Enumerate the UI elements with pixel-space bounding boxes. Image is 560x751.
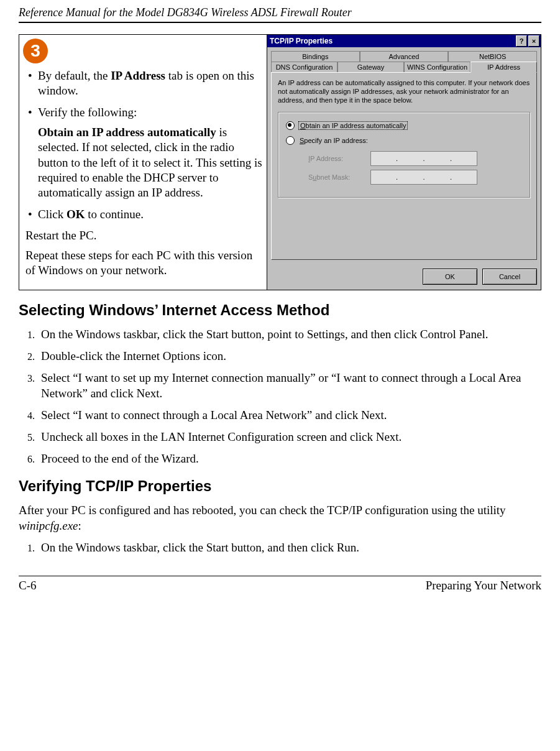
subnet-mask-input[interactable]: . . . (370, 170, 477, 185)
list-item: On the Windows taskbar, click the Start … (37, 326, 541, 342)
list-verifying: On the Windows taskbar, click the Start … (19, 540, 541, 555)
paragraph-verify: After your PC is configured and has rebo… (19, 502, 541, 533)
page-footer: C-6 Preparing Your Network (19, 576, 541, 592)
dialog-body: Bindings Advanced NetBIOS DNS Configurat… (267, 47, 541, 264)
heading-selecting: Selecting Windows’ Internet Access Metho… (19, 302, 541, 319)
tab-netbios[interactable]: NetBIOS (448, 51, 537, 62)
section-name: Preparing Your Network (426, 579, 541, 592)
tab-advanced[interactable]: Advanced (360, 51, 449, 62)
cancel-button[interactable]: Cancel (482, 269, 537, 285)
tabs-row-back: Bindings Advanced NetBIOS (271, 51, 537, 62)
step-bullet-1: By default, the IP Address tab is open o… (28, 68, 263, 99)
step-container: 3 By default, the IP Address tab is open… (19, 34, 541, 290)
step-restart: Restart the PC. (25, 228, 263, 243)
page-number: C-6 (19, 579, 37, 592)
subnet-mask-label: Subnet Mask: (308, 173, 370, 181)
radio-icon (286, 136, 295, 145)
list-item: Double-click the Internet Options icon. (37, 348, 541, 364)
tab-dns[interactable]: DNS Configuration (271, 62, 337, 73)
list-selecting: On the Windows taskbar, click the Start … (19, 326, 541, 467)
step-bullet-2: Verify the following: Obtain an IP addre… (28, 105, 263, 201)
list-item: Uncheck all boxes in the LAN Internet Co… (37, 429, 541, 445)
step-text-column: 3 By default, the IP Address tab is open… (19, 35, 267, 290)
dialog-title: TCP/IP Properties (270, 37, 515, 45)
list-item: Proceed to the end of the Wizard. (37, 451, 541, 466)
tab-gateway[interactable]: Gateway (337, 62, 404, 73)
radio-icon (286, 121, 295, 130)
radio-specify[interactable]: Specify an IP address: (286, 136, 522, 145)
tab-panel-ip: An IP address can be automatically assig… (271, 72, 537, 260)
help-button[interactable]: ? (516, 35, 527, 47)
step-bullet-3: Click OK to continue. (28, 207, 263, 222)
list-item: Select “I want to set up my Internet con… (37, 370, 541, 401)
tcpip-dialog: TCP/IP Properties ? × Bindings Advanced … (267, 35, 541, 290)
running-header: Reference Manual for the Model DG834G Wi… (19, 6, 541, 23)
tab-wins[interactable]: WINS Configuration (404, 62, 470, 73)
close-button[interactable]: × (528, 35, 539, 47)
step-number-badge: 3 (23, 39, 48, 63)
ip-address-label: IP Address: (308, 155, 370, 162)
tab-ip-address[interactable]: IP Address (470, 62, 537, 73)
ip-address-input[interactable]: . . . (370, 151, 477, 166)
ip-groupbox: Obtain an IP address automatically Speci… (278, 112, 530, 198)
tabs-row-front: DNS Configuration Gateway WINS Configura… (271, 62, 537, 73)
ok-button[interactable]: OK (423, 269, 477, 285)
dialog-button-row: OK Cancel (267, 264, 541, 290)
dialog-titlebar: TCP/IP Properties ? × (267, 35, 541, 47)
tab-bindings[interactable]: Bindings (271, 51, 360, 62)
list-item: On the Windows taskbar, click the Start … (37, 540, 541, 555)
step-repeat: Repeat these steps for each PC with this… (25, 248, 263, 279)
ip-address-row: IP Address: . . . (308, 151, 522, 166)
radio-obtain-auto[interactable]: Obtain an IP address automatically (286, 121, 522, 130)
list-item: Select “I want to connect through a Loca… (37, 407, 541, 423)
subnet-mask-row: Subnet Mask: . . . (308, 170, 522, 185)
panel-description: An IP address can be automatically assig… (278, 79, 530, 104)
page: Reference Manual for the Model DG834G Wi… (0, 0, 560, 605)
heading-verifying: Verifying TCP/IP Properties (19, 477, 541, 495)
